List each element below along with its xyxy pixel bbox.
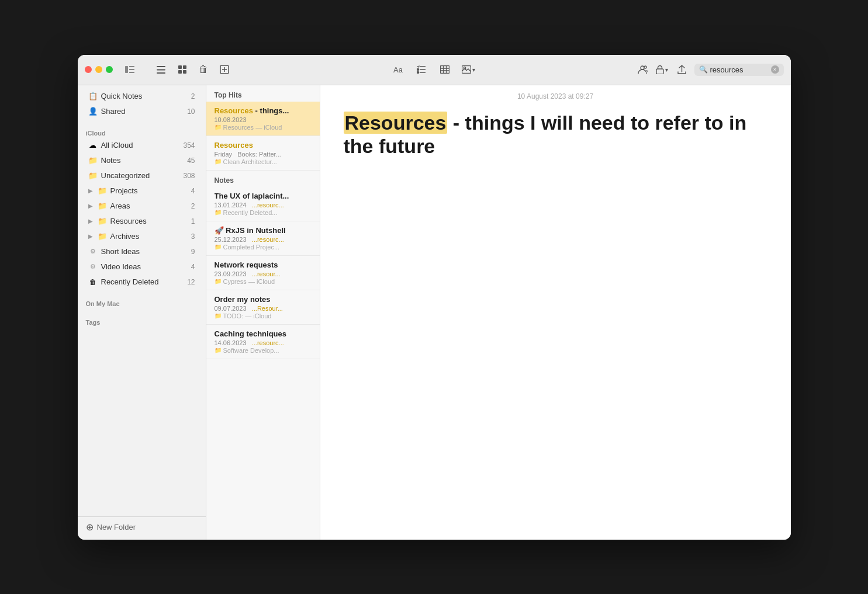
folder-icon-rxjs: 📁 — [215, 244, 222, 250]
sidebar-item-video-ideas[interactable]: ⚙ Video Ideas 4 — [80, 259, 203, 275]
note-item-network[interactable]: Network requests 23.09.2023 ...resour...… — [206, 256, 320, 290]
pinned-section: 📋 Quick Notes 2 👤 Shared 10 — [78, 85, 206, 123]
archives-arrow: ▶ — [88, 233, 93, 239]
minimize-button[interactable] — [95, 66, 102, 73]
resources-count: 1 — [191, 217, 195, 225]
note-folder-caching: 📁 Software Develop... — [215, 347, 312, 354]
projects-label: Projects — [110, 186, 188, 195]
sidebar-item-short-ideas[interactable]: ⚙ Short Ideas 9 — [80, 244, 203, 259]
note-item-ux[interactable]: The UX of laplacint... 13.01.2024 ...res… — [206, 187, 320, 221]
recently-deleted-count: 12 — [187, 278, 195, 286]
areas-count: 2 — [191, 202, 195, 210]
quick-notes-count: 2 — [191, 92, 195, 100]
note-list: Top Hits Resources - things... 10.08.202… — [206, 85, 320, 540]
notes-label: Notes — [101, 156, 184, 165]
svg-rect-7 — [178, 65, 182, 69]
video-ideas-label: Video Ideas — [101, 262, 188, 271]
sidebar-item-uncategorized[interactable]: 📁 Uncategorized 308 — [80, 168, 203, 183]
note-title-highlight: Resources — [215, 106, 253, 115]
svg-rect-4 — [157, 66, 165, 67]
short-ideas-icon: ⚙ — [88, 248, 98, 255]
recently-deleted-label: Recently Deleted — [101, 277, 184, 286]
svg-rect-28 — [656, 69, 663, 74]
table-button[interactable] — [437, 62, 452, 77]
svg-point-17 — [417, 69, 419, 71]
folder-icon-ux: 📁 — [215, 209, 222, 216]
all-icloud-count: 354 — [183, 141, 195, 150]
note-item-title: Resources - things... — [215, 106, 312, 115]
tags-section: Tags — [78, 312, 206, 331]
sidebar-item-notes[interactable]: 📁 Notes 45 — [80, 153, 203, 168]
search-clear-button[interactable]: × — [771, 65, 779, 74]
note-date-order: 09.07.2023 ...Resour... — [215, 305, 312, 312]
note-date-rxjs: 25.12.2023 ...resourc... — [215, 236, 312, 243]
note-title-highlight-2: Resources — [215, 141, 253, 150]
collaborate-button[interactable] — [635, 62, 650, 77]
icloud-section-label: iCloud — [78, 126, 206, 138]
lock-button[interactable]: ▾ — [655, 62, 670, 77]
sidebar-item-areas[interactable]: ▶ 📁 Areas 2 — [80, 199, 203, 214]
sidebar: 📋 Quick Notes 2 👤 Shared 10 iCloud ☁ All… — [78, 85, 206, 540]
sidebar-item-archives[interactable]: ▶ 📁 Archives 3 — [80, 229, 203, 244]
list-view-button[interactable] — [154, 62, 169, 77]
grid-view-button[interactable] — [175, 62, 190, 77]
note-item-order[interactable]: Order my notes 09.07.2023 ...Resour... 📁… — [206, 290, 320, 325]
areas-label: Areas — [110, 202, 188, 210]
areas-icon: 📁 — [98, 202, 107, 210]
sidebar-toggle-button[interactable] — [122, 62, 137, 77]
projects-count: 4 — [191, 187, 195, 195]
new-folder-button[interactable]: ⊕ New Folder — [86, 522, 136, 533]
note-date-caching: 14.06.2023 ...resourc... — [215, 339, 312, 346]
on-my-mac-section: On My Mac — [78, 293, 206, 312]
content-title-highlight: Resources — [344, 112, 448, 134]
folder-icon: 📁 — [215, 124, 222, 130]
note-item-resources-2[interactable]: Resources Friday Books: Patter... 📁 Clea… — [206, 136, 320, 171]
folder-name-2: Clean Architectur... — [223, 158, 277, 165]
note-folder-ux: 📁 Recently Deleted... — [215, 209, 312, 216]
note-folder-order: 📁 TODO: — iCloud — [215, 312, 312, 319]
sidebar-item-resources[interactable]: ▶ 📁 Resources 1 — [80, 214, 203, 229]
projects-icon: 📁 — [98, 186, 107, 195]
svg-rect-3 — [129, 72, 134, 73]
note-title-order: Order my notes — [215, 295, 312, 304]
short-ideas-count: 9 — [191, 248, 195, 256]
sidebar-item-all-icloud[interactable]: ☁ All iCloud 354 — [80, 138, 203, 153]
note-item-resources-tophit[interactable]: Resources - things... 10.08.2023 📁 Resou… — [206, 102, 320, 136]
folder-name-order: TODO: — iCloud — [223, 312, 272, 319]
maximize-button[interactable] — [106, 66, 113, 73]
notes-section-label: Notes — [206, 171, 320, 187]
folder-name-network: Cypress — iCloud — [223, 278, 275, 285]
note-item-rxjs[interactable]: 🚀 RxJS in Nutshell 25.12.2023 ...resourc… — [206, 221, 320, 256]
content-body[interactable]: Resources - things I will need to refer … — [320, 105, 791, 540]
icloud-section: iCloud ☁ All iCloud 354 📁 Notes 45 📁 Unc… — [78, 123, 206, 293]
note-item-caching[interactable]: Caching techniques 14.06.2023 ...resourc… — [206, 325, 320, 359]
format-text-button[interactable]: Aa — [390, 62, 406, 77]
folder-icon-order: 📁 — [215, 312, 222, 319]
tags-label: Tags — [78, 315, 206, 327]
sidebar-item-projects[interactable]: ▶ 📁 Projects 4 — [80, 183, 203, 199]
content-title: Resources - things I will need to refer … — [344, 111, 767, 159]
attachment-button[interactable]: ▾ — [461, 62, 476, 77]
checklist-button[interactable] — [414, 62, 429, 77]
note-folder-rxjs: 📁 Completed Projec... — [215, 244, 312, 251]
compose-button[interactable] — [217, 62, 232, 77]
sidebar-item-shared[interactable]: 👤 Shared 10 — [80, 104, 203, 119]
resources-icon: 📁 — [98, 217, 107, 225]
sidebar-item-recently-deleted[interactable]: 🗑 Recently Deleted 12 — [80, 275, 203, 290]
note-item-date-2: Friday Books: Patter... — [215, 151, 312, 158]
search-box[interactable]: 🔍 × — [694, 64, 784, 76]
share-button[interactable] — [675, 62, 690, 77]
svg-rect-0 — [125, 66, 128, 73]
notes-count: 45 — [187, 157, 195, 165]
sidebar-item-quick-notes[interactable]: 📋 Quick Notes 2 — [80, 89, 203, 104]
projects-arrow: ▶ — [88, 187, 93, 194]
search-input[interactable] — [710, 65, 769, 74]
video-ideas-count: 4 — [191, 263, 195, 271]
all-icloud-label: All iCloud — [101, 141, 180, 150]
archives-icon: 📁 — [98, 232, 107, 241]
delete-button[interactable]: 🗑 — [196, 62, 211, 77]
video-ideas-icon: ⚙ — [88, 263, 98, 270]
toolbar-right: ▾ 🔍 × — [635, 62, 784, 77]
content-date: 10 August 2023 at 09:27 — [320, 85, 791, 105]
close-button[interactable] — [85, 66, 92, 73]
